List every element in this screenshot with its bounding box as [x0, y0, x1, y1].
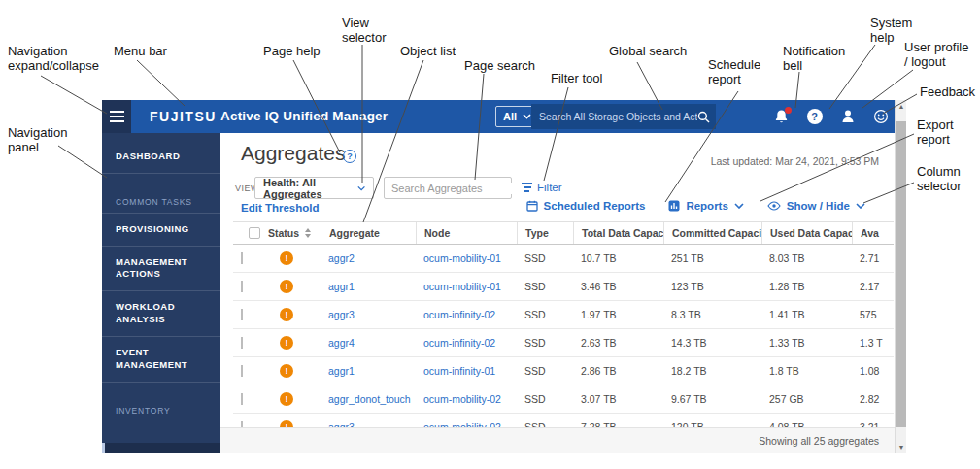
- row-checkbox[interactable]: [241, 281, 243, 292]
- committed-capacity-cell: 8.3 TB: [663, 309, 761, 320]
- page-search-input[interactable]: [391, 183, 529, 194]
- type-cell: SSD: [517, 252, 573, 264]
- callout-schedule-report: Schedule report: [708, 58, 760, 87]
- chevron-down-icon: [734, 203, 744, 209]
- table-row: ! aggr1 ocum-mobility-01 SSD 3.46 TB 123…: [233, 273, 894, 301]
- column-header-committed-capacity[interactable]: Committed Capacity: [663, 222, 761, 244]
- aggregate-link[interactable]: aggr1: [321, 281, 416, 292]
- scroll-down-arrow-icon[interactable]: ▼: [896, 444, 907, 451]
- column-header-status[interactable]: Status: [260, 222, 321, 244]
- type-cell: SSD: [517, 281, 573, 292]
- callout-menu-bar: Menu bar: [114, 45, 167, 59]
- aggregate-link[interactable]: aggr3: [321, 309, 416, 320]
- system-help-icon[interactable]: ?: [806, 109, 823, 125]
- warning-status-icon: !: [280, 280, 293, 293]
- navigation-panel: DASHBOARD COMMON TASKS PROVISIONING MANA…: [102, 133, 220, 453]
- search-scope-value: All: [503, 111, 517, 122]
- callout-page-help: Page help: [263, 45, 321, 59]
- row-checkbox[interactable]: [241, 252, 243, 264]
- aggregate-link[interactable]: aggr4: [321, 337, 416, 349]
- report-chart-icon: [668, 200, 680, 212]
- select-all-checkbox[interactable]: [249, 227, 260, 239]
- callout-user-profile: User profile / logout: [904, 41, 968, 70]
- column-header-type[interactable]: Type: [517, 222, 573, 244]
- used-capacity-cell: 1.8 TB: [761, 365, 852, 377]
- column-header-available-capacity[interactable]: Ava: [852, 222, 894, 244]
- total-capacity-cell: 10.7 TB: [573, 252, 663, 264]
- total-capacity-cell: 1.97 TB: [573, 309, 663, 320]
- callout-navigation-panel: Navigation panel: [8, 126, 67, 155]
- committed-capacity-cell: 123 TB: [663, 281, 761, 292]
- show-hide-columns-button[interactable]: Show / Hide: [767, 200, 865, 212]
- table-row: ! aggr4 ocum-infinity-02 SSD 2.63 TB 14.…: [233, 329, 894, 357]
- page-search-box[interactable]: [384, 177, 512, 199]
- table-row: ! aggr3 ocum-mobility-02 SSD 7.28 TB 120…: [233, 414, 894, 427]
- aggregate-link[interactable]: aggr_donot_touch: [321, 393, 416, 405]
- column-header-total-capacity[interactable]: Total Data Capacity: [573, 222, 663, 244]
- page-help-icon[interactable]: ?: [343, 150, 356, 163]
- committed-capacity-cell: 14.3 TB: [663, 337, 761, 349]
- node-link[interactable]: ocum-infinity-01: [416, 365, 517, 377]
- total-capacity-cell: 2.86 TB: [573, 365, 663, 377]
- sidebar-item-provisioning[interactable]: PROVISIONING: [102, 214, 220, 247]
- callout-page-search: Page search: [464, 59, 535, 74]
- node-link[interactable]: ocum-mobility-02: [416, 393, 517, 405]
- user-profile-icon[interactable]: [839, 109, 856, 125]
- edit-threshold-link[interactable]: Edit Threshold: [241, 202, 320, 214]
- filter-button[interactable]: Filter: [522, 181, 562, 194]
- aggregate-link[interactable]: aggr2: [321, 252, 416, 264]
- scroll-up-arrow-icon[interactable]: ▲: [896, 103, 907, 110]
- reports-button[interactable]: Reports: [668, 200, 743, 212]
- committed-capacity-cell: 9.67 TB: [663, 393, 761, 405]
- table-footer-count: Showing all 25 aggregates: [220, 427, 895, 453]
- scheduled-reports-button[interactable]: Scheduled Reports: [526, 200, 646, 212]
- total-capacity-cell: 3.07 TB: [573, 393, 663, 405]
- type-cell: SSD: [517, 337, 573, 349]
- scrollbar-thumb[interactable]: [896, 121, 906, 427]
- node-link[interactable]: ocum-mobility-01: [416, 281, 517, 292]
- vertical-scrollbar[interactable]: ▲ ▼: [895, 100, 906, 453]
- type-cell: SSD: [517, 309, 573, 320]
- column-header-node[interactable]: Node: [416, 222, 517, 244]
- sidebar-item-dashboard[interactable]: DASHBOARD: [102, 141, 220, 174]
- column-header-used-capacity[interactable]: Used Data Capacity: [761, 222, 852, 244]
- sort-icon[interactable]: [305, 228, 311, 238]
- sidebar-item-management-actions[interactable]: MANAGEMENT ACTIONS: [102, 247, 220, 292]
- column-header-aggregate[interactable]: Aggregate: [321, 222, 416, 244]
- total-capacity-cell: 3.46 TB: [573, 281, 663, 292]
- available-capacity-cell: 2.17: [852, 281, 894, 292]
- global-search-bar[interactable]: [531, 104, 716, 129]
- sidebar-item-storage[interactable]: STORAGE: [102, 443, 220, 454]
- row-checkbox[interactable]: [241, 393, 243, 405]
- aggregate-link[interactable]: aggr1: [321, 365, 416, 377]
- warning-status-icon: !: [280, 364, 293, 378]
- callout-object-list: Object list: [400, 45, 456, 59]
- table-header-row: Status Aggregate Node Type Total Data Ca…: [233, 221, 894, 245]
- chevron-down-icon: [856, 203, 865, 209]
- notification-bell-icon[interactable]: [773, 109, 790, 125]
- sidebar-item-event-management[interactable]: EVENT MANAGEMENT: [102, 337, 220, 383]
- fujitsu-logo: FUJITSU: [150, 109, 217, 124]
- global-search-input[interactable]: [539, 111, 697, 122]
- app-window: FUJITSU Active IQ Unified Manager All: [102, 100, 906, 453]
- table-row: ! aggr_donot_touch ocum-mobility-02 SSD …: [233, 385, 894, 414]
- sidebar-section-common-tasks: COMMON TASKS: [102, 197, 220, 214]
- node-link[interactable]: ocum-mobility-01: [416, 252, 517, 264]
- sidebar-item-workload-analysis[interactable]: WORKLOAD ANALYSIS: [102, 291, 220, 337]
- row-checkbox[interactable]: [241, 365, 243, 377]
- node-link[interactable]: ocum-infinity-02: [416, 337, 517, 349]
- feedback-smiley-icon[interactable]: [872, 109, 889, 125]
- row-checkbox[interactable]: [241, 309, 243, 320]
- available-capacity-cell: 1.08: [852, 365, 894, 377]
- view-selector-dropdown[interactable]: Health: All Aggregates: [254, 177, 374, 199]
- filter-icon: [522, 181, 532, 194]
- callout-view-selector: View selector: [342, 17, 387, 46]
- warning-status-icon: !: [280, 308, 293, 321]
- node-link[interactable]: ocum-infinity-02: [416, 309, 517, 320]
- navigation-toggle-button[interactable]: [102, 100, 131, 133]
- row-checkbox[interactable]: [241, 337, 243, 349]
- used-capacity-cell: 1.28 TB: [761, 281, 852, 292]
- last-updated-text: Last updated: Mar 24, 2021, 9:53 PM: [711, 155, 879, 167]
- chevron-down-icon: [357, 185, 365, 191]
- warning-status-icon: !: [280, 251, 293, 265]
